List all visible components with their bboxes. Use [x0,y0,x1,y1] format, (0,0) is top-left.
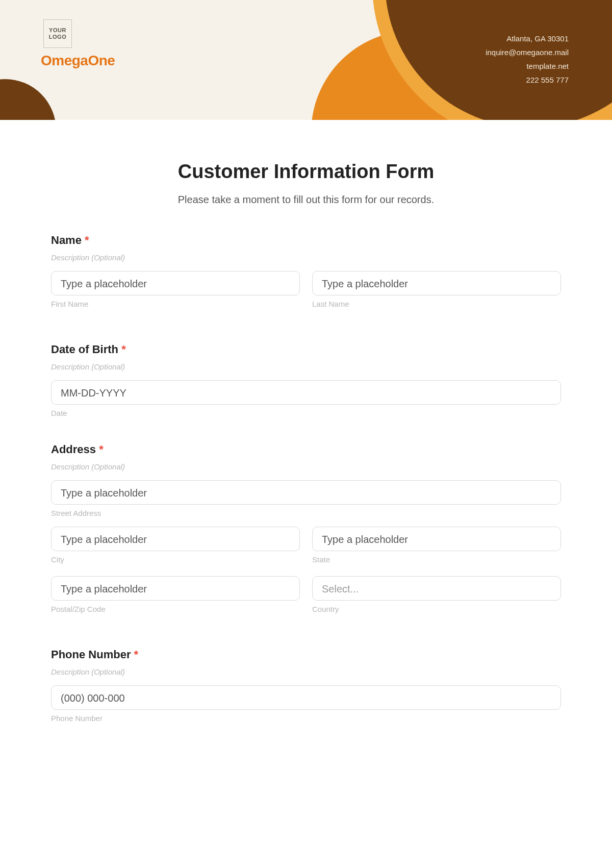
desc-phone: Description (Optional) [51,667,561,676]
form-subtitle: Please take a moment to fill out this fo… [51,194,561,206]
country-sublabel: Country [312,605,561,613]
label-text: Address [51,443,96,456]
form-title: Customer Information Form [51,161,561,183]
contact-address: Atlanta, GA 30301 [486,32,569,45]
label-text: Name [51,234,82,246]
section-dob: Date of Birth * Description (Optional) M… [51,343,561,417]
brand-name: OmegaOne [41,53,115,69]
section-name: Name * Description (Optional) Type a pla… [51,234,561,317]
first-name-input[interactable]: Type a placeholder [51,271,300,295]
logo-placeholder: YOURLOGO [43,19,72,48]
phone-input[interactable]: (000) 000-000 [51,685,561,710]
label-phone: Phone Number * [51,648,561,661]
street-input[interactable]: Type a placeholder [51,480,561,505]
label-name: Name * [51,234,561,247]
desc-address: Description (Optional) [51,462,561,471]
contact-block: Atlanta, GA 30301 inquire@omegaone.mail … [486,32,569,87]
label-text: Phone Number [51,648,131,661]
street-sublabel: Street Address [51,509,561,517]
document-header: YOURLOGO OmegaOne Atlanta, GA 30301 inqu… [0,0,612,120]
section-address: Address * Description (Optional) Type a … [51,443,561,623]
desc-name: Description (Optional) [51,253,561,262]
last-name-input[interactable]: Type a placeholder [312,271,561,295]
phone-sublabel: Phone Number [51,714,561,723]
required-mark: * [85,234,89,246]
required-mark: * [121,343,126,356]
decorative-circle [0,79,56,120]
label-address: Address * [51,443,561,456]
contact-phone: 222 555 777 [486,73,569,87]
dob-input[interactable]: MM-DD-YYYY [51,380,561,405]
city-input[interactable]: Type a placeholder [51,527,300,551]
state-sublabel: State [312,555,561,564]
desc-dob: Description (Optional) [51,362,561,371]
country-select[interactable]: Select... [312,576,561,601]
dob-sublabel: Date [51,409,561,417]
city-sublabel: City [51,555,300,564]
contact-website: template.net [486,59,569,73]
label-text: Date of Birth [51,343,118,356]
postal-sublabel: Postal/Zip Code [51,605,300,613]
first-name-sublabel: First Name [51,300,300,308]
required-mark: * [134,648,139,661]
contact-email: inquire@omegaone.mail [486,45,569,59]
required-mark: * [99,443,104,456]
last-name-sublabel: Last Name [312,300,561,308]
label-dob: Date of Birth * [51,343,561,356]
form-container: Customer Information Form Please take a … [0,120,612,768]
section-phone: Phone Number * Description (Optional) (0… [51,648,561,723]
postal-input[interactable]: Type a placeholder [51,576,300,601]
state-input[interactable]: Type a placeholder [312,527,561,551]
